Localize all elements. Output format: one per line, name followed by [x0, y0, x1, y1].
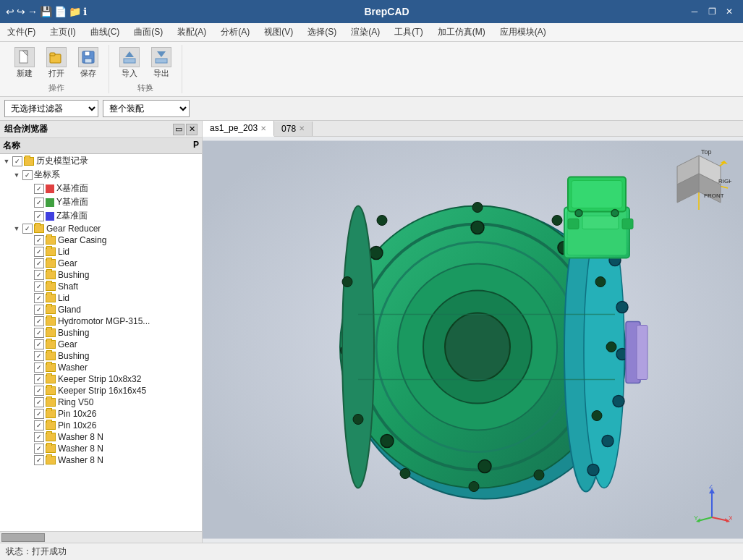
tree-label-pin2: Pin 10x26 [58, 420, 96, 430]
new-doc-icon[interactable]: 📄 [54, 6, 67, 17]
tree-item-washer[interactable]: Washer [0, 362, 202, 373]
checkbox-keeper2[interactable] [34, 386, 44, 396]
panel-close-button[interactable]: ✕ [186, 124, 198, 135]
tree-container[interactable]: ▼ 历史模型记录 ▼ 坐标系 ▶ X基准面 ▶ [0, 154, 202, 531]
checkbox-hydromotor[interactable] [34, 316, 44, 326]
checkbox-root[interactable] [12, 156, 22, 166]
tree-item-lid1[interactable]: Lid [0, 246, 202, 258]
menu-curve[interactable]: 曲线(C) [83, 24, 127, 41]
scrollbar-thumb[interactable] [1, 533, 45, 542]
tree-item-bushing2[interactable]: Bushing [0, 327, 202, 339]
panel-float-button[interactable]: ▭ [173, 124, 184, 135]
expand-coords[interactable]: ▼ [12, 170, 22, 180]
tree-item-washer8n1[interactable]: Washer 8 N [0, 431, 202, 443]
menu-tools[interactable]: 工具(T) [387, 24, 430, 41]
tree-item-gear-reducer[interactable]: ▼ Gear Reducer [0, 223, 202, 234]
tree-item-root[interactable]: ▼ 历史模型记录 [0, 154, 202, 168]
redo-icon[interactable]: ↪ [17, 6, 25, 17]
menu-select[interactable]: 选择(S) [300, 24, 344, 41]
horizontal-scrollbar[interactable] [0, 531, 202, 543]
checkbox-gear1[interactable] [34, 258, 44, 268]
checkbox-zplane[interactable] [34, 211, 44, 221]
tree-item-shaft[interactable]: Shaft [0, 281, 202, 292]
tree-item-hydromotor[interactable]: Hydromotor MGP-315... [0, 315, 202, 327]
tree-item-zplane[interactable]: ▶ Z基准面 [0, 209, 202, 223]
tree-item-keeper1[interactable]: Keeper Strip 10x8x32 [0, 373, 202, 385]
checkbox-gear-casing[interactable] [34, 235, 44, 245]
checkbox-xplane[interactable] [34, 184, 44, 194]
checkbox-gear2[interactable] [34, 339, 44, 349]
menu-render[interactable]: 渲染(A) [344, 24, 387, 41]
folder-icon-gear1 [46, 259, 56, 268]
export-button[interactable]: 导出 [147, 45, 176, 81]
checkbox-keeper1[interactable] [34, 374, 44, 384]
menubar: 文件(F) 主页(I) 曲线(C) 曲面(S) 装配(A) 分析(A) 视图(V… [0, 23, 743, 42]
export-label: 导出 [153, 68, 169, 79]
checkbox-bushing3[interactable] [34, 351, 44, 361]
tree-item-keeper2[interactable]: Keeper Strip 16x16x45 [0, 385, 202, 396]
tab-close-0[interactable]: ✕ [260, 124, 266, 132]
open-doc-icon[interactable]: 📁 [69, 6, 81, 17]
menu-analysis[interactable]: 分析(A) [213, 24, 257, 41]
tab-as1-pe-203[interactable]: as1_pe_203 ✕ [203, 121, 274, 137]
save-quick-icon[interactable]: 💾 [40, 6, 52, 17]
new-button[interactable]: 新建 [10, 45, 39, 81]
tree-label-coords: 坐标系 [34, 169, 60, 181]
tree-label-gear-casing: Gear Casing [58, 235, 106, 245]
expand-icon[interactable]: ▼ [1, 156, 12, 166]
forward-icon[interactable]: → [27, 6, 38, 17]
checkbox-pin2[interactable] [34, 420, 44, 430]
checkbox-washer8n3[interactable] [34, 455, 44, 465]
checkbox-lid2[interactable] [34, 293, 44, 303]
checkbox-washer8n2[interactable] [34, 444, 44, 454]
svg-point-60 [342, 277, 352, 287]
minimize-button[interactable]: ─ [687, 4, 702, 20]
close-button[interactable]: ✕ [721, 4, 737, 20]
tree-item-gland[interactable]: Gland [0, 304, 202, 315]
menu-file[interactable]: 文件(F) [0, 24, 43, 41]
tree-item-bushing3[interactable]: Bushing [0, 350, 202, 362]
checkbox-lid1[interactable] [34, 247, 44, 257]
expand-gear-reducer[interactable]: ▼ [12, 224, 22, 234]
viewport-content[interactable]: Top FRONT RIGHT [203, 137, 743, 543]
save-button[interactable]: 保存 [74, 45, 103, 81]
import-button[interactable]: 导入 [115, 45, 144, 81]
tree-item-pin2[interactable]: Pin 10x26 [0, 420, 202, 431]
tab-078[interactable]: 078 ✕ [274, 122, 313, 136]
filter-select[interactable]: 无选择过滤器 [4, 100, 98, 117]
tree-item-xplane[interactable]: ▶ X基准面 [0, 182, 202, 195]
checkbox-bushing1[interactable] [34, 270, 44, 280]
checkbox-gland[interactable] [34, 305, 44, 315]
checkbox-washer8n1[interactable] [34, 432, 44, 442]
menu-assembly[interactable]: 装配(A) [170, 24, 213, 41]
tree-item-bushing1[interactable]: Bushing [0, 269, 202, 281]
checkbox-coords[interactable] [22, 170, 33, 180]
tab-close-1[interactable]: ✕ [299, 124, 305, 132]
maximize-button[interactable]: ❐ [704, 4, 720, 20]
menu-machining[interactable]: 加工仿真(M) [430, 24, 493, 41]
tree-item-ring[interactable]: Ring V50 [0, 396, 202, 408]
tree-item-coords[interactable]: ▼ 坐标系 [0, 168, 202, 182]
menu-view[interactable]: 视图(V) [257, 24, 300, 41]
tree-item-yplane[interactable]: ▶ Y基准面 [0, 195, 202, 209]
checkbox-yplane[interactable] [34, 198, 44, 208]
menu-home[interactable]: 主页(I) [43, 24, 82, 41]
tree-item-lid2[interactable]: Lid [0, 292, 202, 304]
tree-item-gear-casing[interactable]: Gear Casing [0, 234, 202, 246]
undo-icon[interactable]: ↩ [6, 6, 14, 17]
checkbox-shaft[interactable] [34, 281, 44, 292]
tree-item-gear1[interactable]: Gear [0, 258, 202, 269]
menu-modules[interactable]: 应用模块(A) [493, 24, 553, 41]
checkbox-gear-reducer[interactable] [22, 224, 33, 234]
open-button[interactable]: 打开 [42, 45, 71, 81]
tree-item-gear2[interactable]: Gear [0, 339, 202, 350]
assembly-select[interactable]: 整个装配 [103, 100, 190, 117]
checkbox-washer[interactable] [34, 362, 44, 373]
menu-surface[interactable]: 曲面(S) [127, 24, 170, 41]
checkbox-bushing2[interactable] [34, 328, 44, 338]
tree-item-washer8n3[interactable]: Washer 8 N [0, 454, 202, 466]
tree-item-washer8n2[interactable]: Washer 8 N [0, 443, 202, 454]
checkbox-pin1[interactable] [34, 409, 44, 419]
checkbox-ring[interactable] [34, 397, 44, 407]
tree-item-pin1[interactable]: Pin 10x26 [0, 408, 202, 420]
